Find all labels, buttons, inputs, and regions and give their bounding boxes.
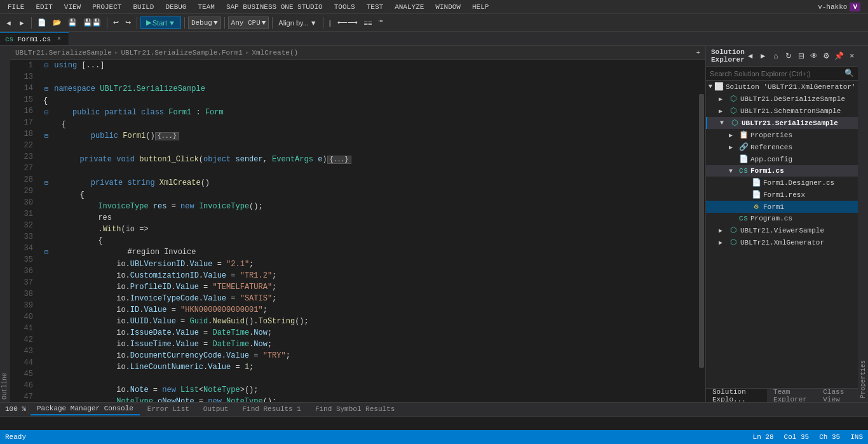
tree-item-references[interactable]: ▶ 🔗 References xyxy=(706,141,858,153)
tab-label: Form1.cs xyxy=(17,36,51,43)
config-label: Debug xyxy=(191,19,212,27)
tab-close-button[interactable]: × xyxy=(55,35,64,44)
menu-item-analyze[interactable]: ANALYZE xyxy=(390,2,429,12)
tree-item-xmlgen[interactable]: ▶ ⬡ UBLTr21.XmlGenerator xyxy=(706,236,858,248)
redo-button[interactable]: ↪ xyxy=(123,17,133,28)
bottom-tab-findresults1[interactable]: Find Results 1 xyxy=(236,403,307,415)
breadcrumb: UBLTr21.SerializeSample ▸ UBLTr21.Serial… xyxy=(10,46,705,60)
bottom-tab-pkg[interactable]: Package Manager Console xyxy=(31,403,140,415)
menu-item-build[interactable]: BUILD xyxy=(128,2,159,12)
format-btn-2[interactable]: ≡≡ xyxy=(362,18,375,28)
tree-item-programcs[interactable]: cs Program.cs xyxy=(706,213,858,224)
menu-item-help[interactable]: HELP xyxy=(467,2,494,12)
tree-item-solution[interactable]: ▼ ⬜ Solution 'UBLTr21.XmlGenerator' (5 p… xyxy=(706,81,858,93)
status-bar: Ready Ln 28 Col 35 Ch 35 INS xyxy=(0,430,868,444)
menu-bar: FILE EDIT VIEW PROJECT BUILD DEBUG TEAM … xyxy=(0,0,868,14)
back-button[interactable]: ◄ xyxy=(3,18,15,28)
menu-item-test[interactable]: TEST xyxy=(362,2,388,12)
menu-item-view[interactable]: VIEW xyxy=(59,2,86,12)
menu-item-project[interactable]: PROJECT xyxy=(87,2,126,12)
platform-dropdown-icon: ▼ xyxy=(262,19,266,27)
se-tab-class[interactable]: Class View xyxy=(817,389,858,402)
se-home-button[interactable]: ⌂ xyxy=(770,50,782,62)
se-close-button[interactable]: × xyxy=(846,50,858,62)
se-back-button[interactable]: ◄ xyxy=(745,50,756,62)
toolbar: ◄ ► 📄 📂 💾 💾💾 ↩ ↪ ▶ Start ▼ Debug ▼ Any C… xyxy=(0,14,868,32)
bottom-tab-findsymbol[interactable]: Find Symbol Results xyxy=(309,403,401,415)
tree-arrow-form1cs: ▼ xyxy=(729,168,736,175)
menu-item-debug[interactable]: DEBUG xyxy=(160,2,191,12)
se-refresh-button[interactable]: ↻ xyxy=(783,50,794,62)
properties-side-tab[interactable]: Properties xyxy=(858,46,868,402)
format-btn-1[interactable]: ⟵⟶ xyxy=(335,17,360,28)
menu-item-window[interactable]: WINDOW xyxy=(430,2,466,12)
breadcrumb-sep-2: ▸ xyxy=(245,48,250,57)
program-label: Program.cs xyxy=(750,215,792,222)
editor-scrollbar[interactable] xyxy=(698,60,705,402)
tree-item-form1designer[interactable]: 📄 Form1.Designer.cs xyxy=(706,177,858,189)
tree-arrow-solution: ▼ xyxy=(709,83,712,90)
menu-item-tools[interactable]: TOOLS xyxy=(329,2,360,12)
format-btn-3[interactable]: "" xyxy=(376,18,386,28)
tab-form1cs[interactable]: cs Form1.cs × xyxy=(0,32,69,45)
tree-item-form1cs[interactable]: ▼ cs Form1.cs xyxy=(706,165,858,177)
menu-item-edit[interactable]: EDIT xyxy=(31,2,57,12)
tree-item-deserialize[interactable]: ▶ ⬡ UBLTr21.DeSerializeSample xyxy=(706,93,858,105)
se-show-all-button[interactable]: 👁 xyxy=(808,50,820,62)
tree-item-form1class[interactable]: ⚙ Form1 xyxy=(706,201,858,213)
open-button[interactable]: 📂 xyxy=(50,17,64,28)
save-button[interactable]: 💾 xyxy=(65,17,79,28)
status-ready: Ready xyxy=(5,433,26,441)
program-icon: cs xyxy=(738,214,749,223)
breadcrumb-part1[interactable]: UBLTr21.SerializeSample xyxy=(15,49,112,57)
username-label: v-hakko xyxy=(818,3,847,11)
start-dropdown-icon: ▼ xyxy=(168,19,175,27)
scrollbar-thumb[interactable] xyxy=(699,94,704,368)
outline-panel-tab[interactable]: Outline xyxy=(0,46,10,402)
tree-item-form1resx[interactable]: 📄 Form1.resx xyxy=(706,189,858,201)
tree-item-schematron[interactable]: ▶ ⬡ UBLTr21.SchematronSample xyxy=(706,105,858,117)
toolbar-sep-5 xyxy=(224,17,225,29)
save-all-button[interactable]: 💾💾 xyxy=(81,17,104,28)
menu-item-file[interactable]: FILE xyxy=(3,2,29,12)
viewer-icon: ⬡ xyxy=(728,225,738,235)
toolbar-sep-3 xyxy=(137,17,137,29)
tree-item-viewer[interactable]: ▶ ⬡ UBLTr21.ViewerSample xyxy=(706,224,858,236)
se-toolbar: ◄ ► ⌂ ↻ ⊟ 👁 ⚙ 📌 × xyxy=(745,50,858,62)
se-search-input[interactable] xyxy=(710,70,844,77)
bottom-tab-output[interactable]: Output xyxy=(197,403,235,415)
tree-item-properties[interactable]: ▶ 📋 Properties xyxy=(706,129,858,141)
bottom-tabs: 100 % Package Manager Console Error List… xyxy=(0,403,868,417)
se-tab-team[interactable]: Team Explorer xyxy=(767,389,817,402)
se-properties-button[interactable]: ⚙ xyxy=(821,50,832,62)
tab-file-icon: cs xyxy=(5,36,13,43)
undo-button[interactable]: ↩ xyxy=(111,17,121,28)
tree-item-appconfig[interactable]: 📄 App.config xyxy=(706,153,858,165)
editor-expand-button[interactable]: + xyxy=(696,49,700,57)
forward-button[interactable]: ► xyxy=(16,18,28,28)
se-search-area: 🔍 xyxy=(706,67,858,81)
platform-label: Any CPU xyxy=(231,19,261,27)
menu-item-sap[interactable]: SAP BUSINESS ONE STUDIO xyxy=(221,2,328,12)
cursor-button[interactable]: | xyxy=(327,18,334,28)
bottom-tab-errors[interactable]: Error List xyxy=(141,403,196,415)
schematron-label: UBLTr21.SchematronSample xyxy=(740,107,841,115)
breadcrumb-part2[interactable]: UBLTr21.SerializeSample.Form1 xyxy=(121,49,242,57)
code-editor[interactable]: ⊟ using [...] ⊟ namespace UBLTr21.Serial… xyxy=(38,60,698,402)
align-button[interactable]: Align by... ▼ xyxy=(276,18,319,28)
tree-arrow-viewer: ▶ xyxy=(719,227,726,234)
config-dropdown[interactable]: Debug ▼ xyxy=(188,17,221,29)
platform-dropdown[interactable]: Any CPU ▼ xyxy=(228,17,269,29)
se-collapse-button[interactable]: ⊟ xyxy=(796,50,807,62)
new-file-button[interactable]: 📄 xyxy=(35,17,49,28)
right-edge: Properties xyxy=(858,46,868,402)
breadcrumb-part3[interactable]: XmlCreate() xyxy=(252,49,299,57)
form1class-icon: ⚙ xyxy=(751,202,761,212)
se-tab-explorer[interactable]: Solution Explo... xyxy=(706,389,767,402)
se-pin-button[interactable]: 📌 xyxy=(834,50,845,62)
start-button[interactable]: ▶ Start ▼ xyxy=(140,17,181,29)
se-forward-button[interactable]: ► xyxy=(757,50,769,62)
tree-item-serialize[interactable]: ▼ ⬡ UBLTr21.SerializeSample xyxy=(706,117,858,129)
status-col: Col 35 xyxy=(784,433,810,441)
menu-item-team[interactable]: TEAM xyxy=(193,2,219,12)
